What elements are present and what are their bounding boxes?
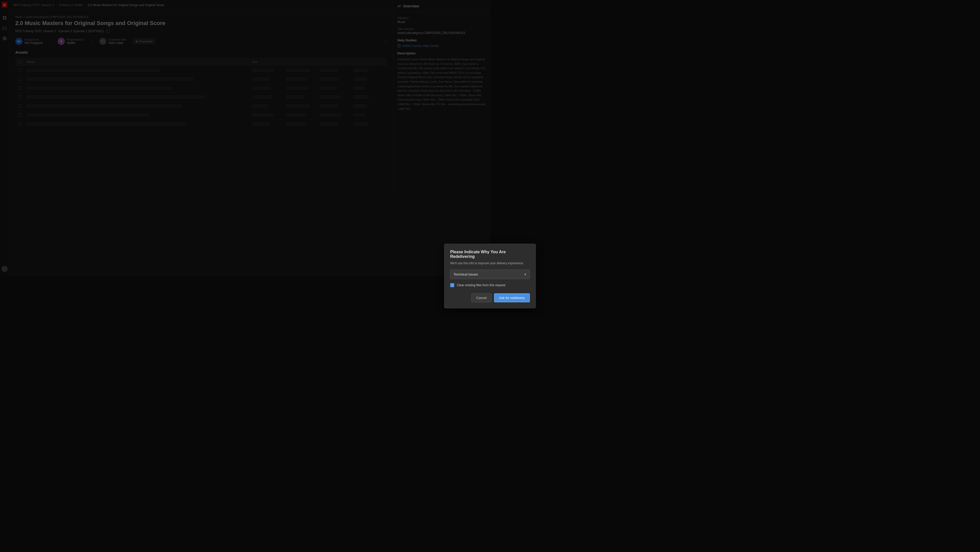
modal-title: Please Indicate Why You Are Redelivering (450, 250, 490, 259)
modal-subtitle: We'll use this info to improve your deli… (450, 262, 490, 265)
reason-select-wrapper: Technical Issues Content Change Wrong Fi… (450, 270, 490, 276)
modal-overlay: Please Indicate Why You Are Redelivering… (0, 0, 490, 276)
redeliver-modal: Please Indicate Why You Are Redelivering… (444, 244, 490, 276)
reason-select[interactable]: Technical Issues Content Change Wrong Fi… (450, 270, 490, 276)
